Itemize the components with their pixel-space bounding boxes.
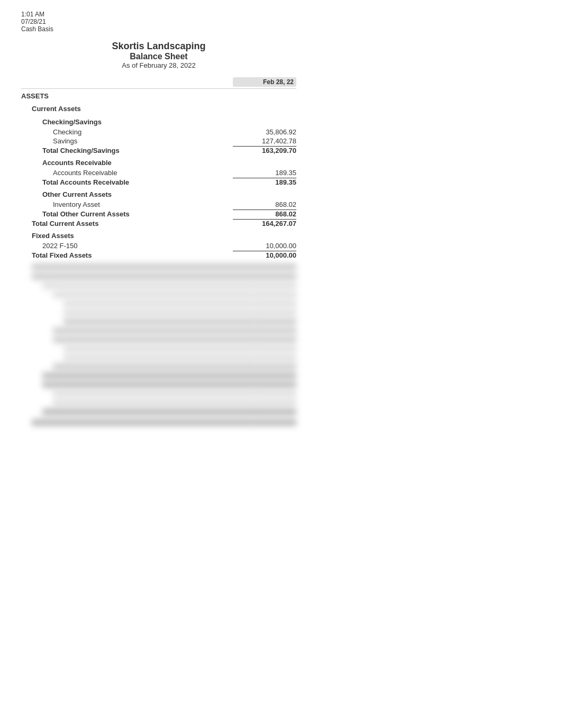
f150-value: 10,000.00 [233,242,296,250]
meta-date: 07/28/21 [21,18,296,25]
total-fixed-assets-label: Total Fixed Assets [32,251,233,259]
meta-info: 1:01 AM 07/28/21 Cash Basis [21,11,296,33]
company-name: Skortis Landscaping [21,41,296,52]
total-checking-savings-value: 163,209.70 [233,146,296,154]
inventory-asset-row: Inventory Asset 868.02 [21,200,296,209]
total-other-current-assets-label: Total Other Current Assets [42,210,233,218]
other-current-assets-heading-row: Other Current Assets [21,187,296,200]
total-fixed-assets-value: 10,000.00 [233,251,296,259]
blurred-section-1 [21,263,296,426]
fixed-assets-label: Fixed Assets [32,232,296,240]
inventory-asset-value: 868.02 [233,201,296,208]
meta-time: 1:01 AM [21,11,296,18]
total-other-current-assets-row: Total Other Current Assets 868.02 [21,209,296,219]
meta-basis: Cash Basis [21,25,296,33]
total-accounts-receivable-row: Total Accounts Receivable 189.35 [21,177,296,187]
checking-savings-label: Checking/Savings [42,118,296,126]
total-checking-savings-label: Total Checking/Savings [42,147,233,154]
accounts-receivable-sub-row: Accounts Receivable 189.35 [21,168,296,177]
fixed-assets-heading-row: Fixed Assets [21,228,296,241]
checking-label: Checking [53,128,233,136]
savings-value: 127,402.78 [233,137,296,145]
column-headers: Feb 28, 22 [21,77,296,89]
total-accounts-receivable-label: Total Accounts Receivable [42,178,233,186]
checking-value: 35,806.92 [233,128,296,136]
accounts-receivable-heading-row: Accounts Receivable [21,155,296,168]
checking-savings-heading-row: Checking/Savings [21,114,296,128]
current-assets-row: Current Assets [21,101,296,114]
f150-row: 2022 F-150 10,000.00 [21,241,296,250]
total-checking-savings-row: Total Checking/Savings 163,209.70 [21,145,296,155]
f150-label: 2022 F-150 [42,242,233,250]
checking-row: Checking 35,806.92 [21,128,296,136]
total-other-current-assets-value: 868.02 [233,210,296,218]
report-header: Skortis Landscaping Balance Sheet As of … [21,41,296,69]
assets-label: ASSETS [21,92,296,100]
accounts-receivable-value: 189.35 [233,169,296,177]
accounts-receivable-sub-label: Accounts Receivable [53,169,233,177]
total-current-assets-value: 164,267.07 [233,219,296,228]
inventory-asset-label: Inventory Asset [53,201,233,208]
report-title: Balance Sheet [21,52,296,61]
current-assets-label: Current Assets [32,105,296,113]
report-subtitle: As of February 28, 2022 [21,61,296,69]
accounts-receivable-heading-label: Accounts Receivable [42,159,296,167]
total-fixed-assets-row: Total Fixed Assets 10,000.00 [21,250,296,260]
page: 1:01 AM 07/28/21 Cash Basis Skortis Land… [0,0,318,437]
savings-label: Savings [53,137,233,145]
total-accounts-receivable-value: 189.35 [233,178,296,186]
savings-row: Savings 127,402.78 [21,136,296,145]
other-current-assets-label: Other Current Assets [42,190,296,198]
column-header-date: Feb 28, 22 [233,77,296,87]
total-current-assets-row: Total Current Assets 164,267.07 [21,219,296,228]
total-current-assets-label: Total Current Assets [32,220,233,228]
